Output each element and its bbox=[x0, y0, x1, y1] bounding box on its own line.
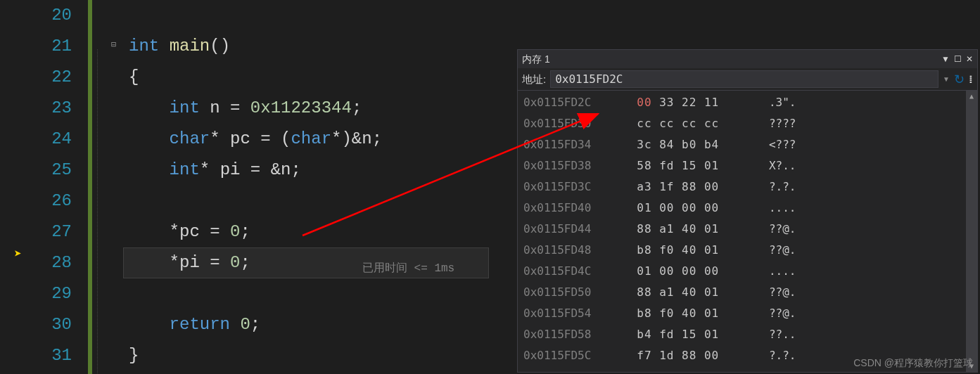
memory-row[interactable]: 0x0115FD40 01 00 00 00 .... bbox=[523, 198, 972, 219]
memory-row-address: 0x0115FD58 bbox=[523, 324, 622, 345]
maximize-icon[interactable]: ☐ bbox=[954, 49, 962, 70]
memory-row[interactable]: 0x0115FD54 b8 f0 40 01 ??@. bbox=[523, 303, 972, 324]
line-number: 23 bbox=[42, 93, 84, 124]
memory-row-address: 0x0115FD38 bbox=[523, 155, 622, 176]
memory-row-bytes: cc cc cc cc bbox=[622, 113, 749, 134]
memory-row-ascii: ???? bbox=[749, 113, 796, 134]
memory-row-ascii: ??.. bbox=[749, 324, 796, 345]
address-label: 地址: bbox=[522, 69, 546, 90]
memory-row[interactable]: 0x0115FD58 b4 fd 15 01 ??.. bbox=[523, 324, 972, 345]
memory-row-address: 0x0115FD34 bbox=[523, 134, 622, 155]
memory-row-ascii: .... bbox=[749, 261, 796, 282]
memory-row-bytes: 01 00 00 00 bbox=[622, 198, 749, 219]
memory-panel: 内存 1 ▼ ☐ ✕ 地址: ▼ ↻ ⁞⁞ 0x0115FD2C 00 33 2… bbox=[517, 49, 978, 373]
memory-row-bytes: 58 fd 15 01 bbox=[622, 155, 749, 176]
line-number: 30 bbox=[42, 309, 84, 340]
line-number: 29 bbox=[42, 278, 84, 309]
memory-row-ascii: ??@. bbox=[749, 240, 796, 261]
memory-row-bytes: b8 f0 40 01 bbox=[622, 240, 749, 261]
memory-row-bytes: b4 fd 15 01 bbox=[622, 324, 749, 345]
memory-row[interactable]: 0x0115FD4C 01 00 00 00 .... bbox=[523, 261, 972, 282]
dropdown-icon[interactable]: ▼ bbox=[941, 49, 950, 70]
memory-row-ascii: ?.?. bbox=[749, 176, 796, 198]
address-dropdown-icon[interactable]: ▼ bbox=[943, 69, 950, 90]
memory-row-bytes: 88 a1 40 01 bbox=[622, 282, 749, 303]
memory-row-ascii: ???? bbox=[749, 366, 796, 372]
address-input[interactable] bbox=[550, 70, 938, 88]
memory-row-address: 0x0115FD54 bbox=[523, 303, 622, 324]
memory-row[interactable]: 0x0115FD44 88 a1 40 01 ??@. bbox=[523, 219, 972, 240]
memory-row-ascii: .3". bbox=[749, 92, 796, 113]
memory-row-ascii: .... bbox=[749, 198, 796, 219]
memory-row-address: 0x0115FD50 bbox=[523, 282, 622, 303]
memory-row-address: 0x0115FD40 bbox=[523, 198, 622, 219]
memory-row-address: 0x0115FD48 bbox=[523, 240, 622, 261]
line-number: 26 bbox=[42, 186, 84, 217]
memory-row[interactable]: 0x0115FD30 cc cc cc cc ???? bbox=[523, 113, 972, 134]
line-number-gutter: 20212223242526272829303132 bbox=[42, 0, 84, 374]
columns-icon[interactable]: ⁞⁞ bbox=[969, 69, 973, 90]
fold-gutter[interactable]: ⊟ bbox=[84, 0, 123, 374]
line-number: 31 bbox=[42, 340, 84, 371]
line-number: 21 bbox=[42, 31, 84, 62]
memory-row[interactable]: 0x0115FD34 3c 84 b0 b4 <??? bbox=[523, 134, 972, 155]
memory-row-ascii: ?.?. bbox=[749, 345, 796, 366]
memory-row-address: 0x0115FD4C bbox=[523, 261, 622, 282]
line-number: 25 bbox=[42, 155, 84, 186]
close-icon[interactable]: ✕ bbox=[966, 49, 973, 70]
line-number: 28 bbox=[42, 247, 84, 278]
memory-dump-body[interactable]: 0x0115FD2C 00 33 22 11 .3".0x0115FD30 cc… bbox=[518, 91, 977, 372]
memory-panel-titlebar[interactable]: 内存 1 ▼ ☐ ✕ bbox=[518, 50, 977, 68]
execution-pointer-icon: ➤ bbox=[14, 246, 22, 262]
memory-row-bytes: 00 33 22 11 bbox=[622, 92, 749, 113]
refresh-icon[interactable]: ↻ bbox=[954, 69, 965, 90]
line-number: 27 bbox=[42, 217, 84, 247]
memory-row-ascii: ??@. bbox=[749, 303, 796, 324]
memory-row[interactable]: 0x0115FD2C 00 33 22 11 .3". bbox=[523, 92, 972, 113]
fold-minus-icon[interactable]: ⊟ bbox=[111, 39, 116, 50]
memory-row-bytes: a3 1f 88 00 bbox=[622, 176, 749, 198]
memory-address-bar: 地址: ▼ ↻ ⁞⁞ bbox=[518, 68, 977, 91]
memory-row-address: 0x0115FD30 bbox=[523, 113, 622, 134]
memory-row-bytes: b0 84 b0 b4 bbox=[622, 366, 749, 372]
line-number: 22 bbox=[42, 62, 84, 93]
change-marker bbox=[88, 0, 92, 374]
memory-row-bytes: f7 1d 88 00 bbox=[622, 345, 749, 366]
memory-row-bytes: 01 00 00 00 bbox=[622, 261, 749, 282]
memory-row-bytes: 88 a1 40 01 bbox=[622, 219, 749, 240]
memory-row-address: 0x0115FD60 bbox=[523, 366, 622, 372]
memory-row[interactable]: 0x0115FD38 58 fd 15 01 X?.. bbox=[523, 155, 972, 176]
memory-row[interactable]: 0x0115FD48 b8 f0 40 01 ??@. bbox=[523, 240, 972, 261]
memory-row-address: 0x0115FD3C bbox=[523, 176, 622, 198]
memory-row-ascii: ??@. bbox=[749, 219, 796, 240]
code-line[interactable] bbox=[123, 0, 980, 31]
memory-row[interactable]: 0x0115FD3C a3 1f 88 00 ?.?. bbox=[523, 176, 972, 198]
memory-row-address: 0x0115FD5C bbox=[523, 345, 622, 366]
memory-panel-title: 内存 1 bbox=[522, 49, 941, 70]
watermark-text: CSDN @程序猿教你打篮球 bbox=[853, 357, 973, 370]
memory-row-ascii: X?.. bbox=[749, 155, 796, 176]
memory-row-bytes: 3c 84 b0 b4 bbox=[622, 134, 749, 155]
memory-row-address: 0x0115FD2C bbox=[523, 92, 622, 113]
indent-guide bbox=[97, 49, 98, 374]
memory-row-bytes: b8 f0 40 01 bbox=[622, 303, 749, 324]
line-number: 32 bbox=[42, 371, 84, 374]
memory-row[interactable]: 0x0115FD50 88 a1 40 01 ??@. bbox=[523, 282, 972, 303]
line-number: 20 bbox=[42, 0, 84, 31]
line-number: 24 bbox=[42, 124, 84, 155]
breakpoint-margin[interactable]: ➤ bbox=[0, 0, 42, 374]
memory-scrollbar[interactable]: ▲ ▼ bbox=[966, 91, 977, 372]
scroll-up-icon[interactable]: ▲ bbox=[966, 91, 977, 102]
memory-row-ascii: <??? bbox=[749, 134, 796, 155]
memory-row-ascii: ??@. bbox=[749, 282, 796, 303]
memory-row-address: 0x0115FD44 bbox=[523, 219, 622, 240]
